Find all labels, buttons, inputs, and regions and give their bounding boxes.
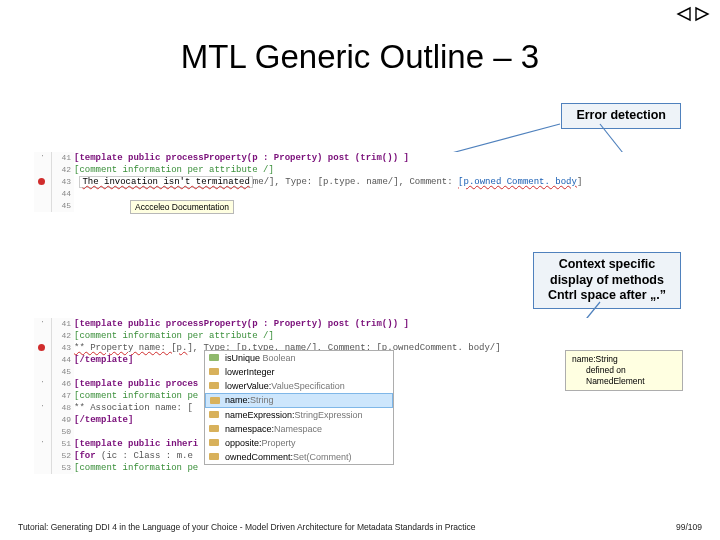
line-gutter: 41 42 43 44 45 46 47 48 49 50 51 52 53 bbox=[52, 318, 74, 474]
item-type: Boolean bbox=[263, 353, 296, 363]
completion-item[interactable]: isUnique Boolean bbox=[205, 351, 393, 365]
code-comment: [comment information per attribute /] bbox=[74, 331, 274, 341]
item-name: name: bbox=[225, 395, 250, 405]
completion-item-selected[interactable]: name:String bbox=[205, 393, 393, 407]
code-text: (ic : Class : m.e bbox=[101, 451, 193, 461]
line-number: 53 bbox=[52, 462, 71, 474]
code-comment: [comment information pe bbox=[74, 463, 198, 473]
line-number: 45 bbox=[52, 200, 71, 212]
completion-item[interactable]: lowerValue:ValueSpecification bbox=[205, 379, 393, 393]
item-name: lowerValue: bbox=[225, 381, 271, 391]
code-sig: inheri bbox=[166, 439, 198, 449]
next-icon bbox=[694, 6, 710, 22]
slide-title: MTL Generic Outline – 3 bbox=[0, 38, 720, 76]
callout-line: Context specific bbox=[559, 257, 656, 271]
code-text: ** Property name: [p. bbox=[74, 343, 187, 353]
item-type: Namespace bbox=[274, 424, 322, 434]
svg-marker-0 bbox=[678, 8, 690, 20]
prev-icon bbox=[676, 6, 692, 22]
line-number: 44 bbox=[52, 354, 71, 366]
code-sig: processProperty(p : Property) post (trim… bbox=[166, 319, 409, 329]
completion-item[interactable]: namespace:Namespace bbox=[205, 422, 393, 436]
code-kw: [/template] bbox=[74, 355, 133, 365]
line-number: 50 bbox=[52, 426, 71, 438]
completion-popup[interactable]: isUnique Boolean lowerInteger lowerValue… bbox=[204, 350, 394, 465]
completion-item[interactable]: ownedComment:Set(Comment) bbox=[205, 450, 393, 464]
line-number-error: 43 bbox=[52, 176, 71, 188]
line-number-error: 43 bbox=[52, 342, 71, 354]
line-number: 44 bbox=[52, 188, 71, 200]
item-name: nameExpression: bbox=[225, 410, 295, 420]
code-sig: proces bbox=[166, 379, 198, 389]
completion-item[interactable]: opposite:Property bbox=[205, 436, 393, 450]
item-name: lowerInteger bbox=[225, 367, 275, 377]
line-gutter: 41 42 43 44 45 bbox=[52, 152, 74, 212]
item-type: StringExpression bbox=[295, 410, 363, 420]
item-type: Property bbox=[262, 438, 296, 448]
line-number: 42 bbox=[52, 330, 71, 342]
code-kw: [template public bbox=[74, 319, 166, 329]
line-number: 52 bbox=[52, 450, 71, 462]
line-number: 47 bbox=[52, 390, 71, 402]
line-number: 46 bbox=[52, 378, 71, 390]
svg-marker-1 bbox=[696, 8, 708, 20]
slide-footer: Tutorial: Generating DDI 4 in the Langua… bbox=[18, 522, 702, 532]
callout-line: display of methods bbox=[550, 273, 664, 287]
tooltip-docs: Accceleo Documentation bbox=[130, 200, 234, 214]
code-sig: processProperty(p : Property) post (trim… bbox=[166, 153, 409, 163]
item-name: ownedComment: bbox=[225, 452, 293, 462]
line-number: 42 bbox=[52, 164, 71, 176]
item-name: namespace: bbox=[225, 424, 274, 434]
item-type: Set(Comment) bbox=[293, 452, 352, 462]
line-number: 51 bbox=[52, 438, 71, 450]
item-type: String bbox=[250, 395, 274, 405]
item-type: ValueSpecification bbox=[271, 381, 344, 391]
item-name: opposite: bbox=[225, 438, 262, 448]
code-kw: [template public bbox=[74, 153, 166, 163]
line-number: 41 bbox=[52, 152, 71, 164]
code-text: ] bbox=[577, 177, 582, 187]
footer-right: 99/109 bbox=[676, 522, 702, 532]
line-number: 45 bbox=[52, 366, 71, 378]
completion-item[interactable]: lowerInteger bbox=[205, 365, 393, 379]
code-kw: [for bbox=[74, 451, 101, 461]
error-message: The invocation isn't terminated bbox=[79, 176, 252, 188]
error-span: [p.owned Comment. body bbox=[458, 177, 577, 187]
ruler-gutter: ·· ·· · bbox=[34, 318, 52, 474]
item-name: isUnique bbox=[225, 353, 260, 363]
info-line: defined on NamedElement bbox=[572, 365, 676, 387]
code-comment: [comment information pe bbox=[74, 391, 198, 401]
code-kw: [template public bbox=[74, 379, 166, 389]
code-kw: [/template] bbox=[74, 415, 133, 425]
info-box: name:String defined on NamedElement bbox=[565, 350, 683, 391]
code-comment: [comment information per attribute /] bbox=[74, 165, 274, 175]
line-number: 41 bbox=[52, 318, 71, 330]
completion-item[interactable]: nameExpression:StringExpression bbox=[205, 408, 393, 422]
info-line: name:String bbox=[572, 354, 676, 365]
callout-text: Error detection bbox=[576, 108, 666, 122]
code-text: ** Association name: [ bbox=[74, 403, 193, 413]
footer-left: Tutorial: Generating DDI 4 in the Langua… bbox=[18, 522, 476, 532]
line-number: 49 bbox=[52, 414, 71, 426]
code-kw: [template public bbox=[74, 439, 166, 449]
line-number: 48 bbox=[52, 402, 71, 414]
code-text: me/], Type: [p.type. name/], Comment: bbox=[253, 177, 458, 187]
nav-triangles bbox=[676, 6, 710, 22]
